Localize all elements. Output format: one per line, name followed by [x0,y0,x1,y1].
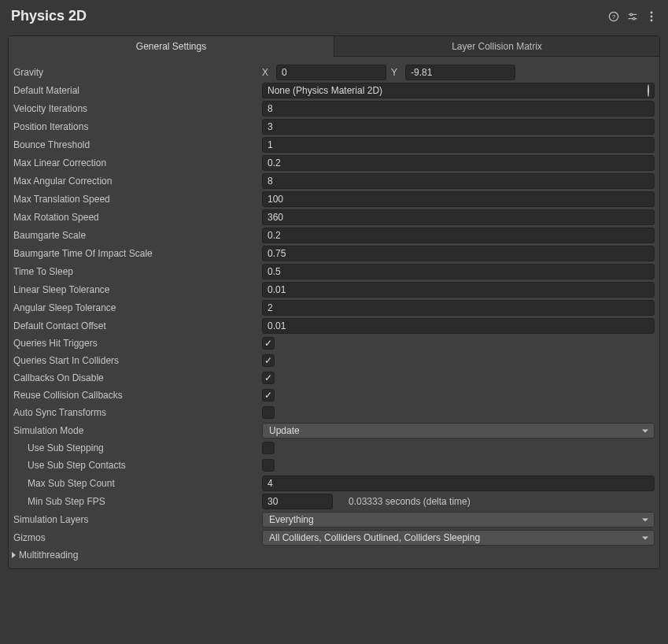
chevron-right-icon [12,552,16,558]
baumgarte-toi-scale-field[interactable]: 0.75 [262,246,655,261]
tab-bar: General Settings Layer Collision Matrix [9,36,659,57]
label-max-angular-correction: Max Angular Correction [12,176,262,187]
min-sub-step-fps-hint: 0.03333 seconds (delta time) [338,496,471,507]
multithreading-foldout[interactable]: Multithreading [12,546,656,562]
label-gizmos: Gizmos [12,532,262,543]
label-baumgarte-scale: Baumgarte Scale [12,230,262,241]
object-picker-icon[interactable] [648,85,649,96]
settings-sliders-icon[interactable] [627,11,638,22]
max-linear-correction-field[interactable]: 0.2 [262,155,655,171]
label-linear-sleep-tolerance: Linear Sleep Tolerance [12,284,262,295]
angular-sleep-tolerance-field[interactable]: 2 [262,300,655,316]
position-iterations-field[interactable]: 3 [262,119,655,135]
label-position-iterations: Position Iterations [12,121,262,132]
queries-hit-triggers-checkbox[interactable] [262,337,275,350]
max-sub-step-count-field[interactable]: 4 [262,476,655,491]
baumgarte-scale-field[interactable]: 0.2 [262,228,655,243]
label-simulation-mode: Simulation Mode [12,425,262,436]
default-material-value: None (Physics Material 2D) [268,85,382,96]
gravity-x-field[interactable]: 0 [276,65,386,80]
auto-sync-transforms-checkbox[interactable] [262,406,275,419]
label-baumgarte-toi-scale: Baumgarte Time Of Impact Scale [12,248,262,259]
label-multithreading: Multithreading [19,550,78,561]
label-velocity-iterations: Velocity Iterations [12,103,262,114]
label-queries-start-in-colliders: Queries Start In Colliders [12,355,262,366]
gravity-y-field[interactable]: -9.81 [405,65,515,80]
max-translation-speed-field[interactable]: 100 [262,191,655,207]
label-gravity: Gravity [12,67,262,78]
svg-point-7 [651,15,653,17]
row-default-material: Default Material None (Physics Material … [12,81,656,99]
window-title: Physics 2D [11,8,87,24]
queries-start-in-colliders-checkbox[interactable] [262,354,275,367]
time-to-sleep-field[interactable]: 0.5 [262,264,655,279]
label-default-material: Default Material [12,85,262,96]
callbacks-on-disable-checkbox[interactable] [262,372,275,384]
settings-panel: General Settings Layer Collision Matrix … [8,35,660,569]
use-sub-step-contacts-checkbox[interactable] [262,459,275,472]
velocity-iterations-field[interactable]: 8 [262,101,655,117]
label-angular-sleep-tolerance: Angular Sleep Tolerance [12,302,262,313]
use-sub-stepping-checkbox[interactable] [262,442,275,454]
context-menu-icon[interactable] [646,11,657,22]
window-header: Physics 2D ? [0,0,668,32]
label-use-sub-step-contacts: Use Sub Step Contacts [12,460,262,471]
label-use-sub-stepping: Use Sub Stepping [12,442,262,453]
reuse-collision-callbacks-checkbox[interactable] [262,389,275,402]
label-auto-sync-transforms: Auto Sync Transforms [12,407,262,418]
svg-text:?: ? [612,13,616,20]
gizmos-dropdown[interactable]: All Colliders, Colliders Outlined, Colli… [262,530,655,546]
max-angular-correction-field[interactable]: 8 [262,173,655,189]
label-gravity-x: X [262,67,271,78]
label-max-rotation-speed: Max Rotation Speed [12,212,262,223]
svg-point-5 [633,17,635,20]
help-icon[interactable]: ? [608,11,619,22]
row-gravity: Gravity X 0 Y -9.81 [12,63,656,81]
settings-body: Gravity X 0 Y -9.81 Default Material Non… [9,57,659,568]
label-bounce-threshold: Bounce Threshold [12,139,262,150]
simulation-layers-dropdown[interactable]: Everything [262,512,655,527]
label-simulation-layers: Simulation Layers [12,514,262,525]
svg-point-6 [651,11,653,13]
label-min-sub-step-fps: Min Sub Step FPS [12,496,262,507]
label-time-to-sleep: Time To Sleep [12,266,262,277]
label-max-linear-correction: Max Linear Correction [12,157,262,168]
default-material-field[interactable]: None (Physics Material 2D) [262,83,655,98]
label-max-translation-speed: Max Translation Speed [12,194,262,205]
min-sub-step-fps-field[interactable]: 30 [262,494,333,509]
label-default-contact-offset: Default Contact Offset [12,320,262,331]
tab-layer-collision-matrix[interactable]: Layer Collision Matrix [334,36,659,57]
label-gravity-y: Y [391,67,400,78]
label-max-sub-step-count: Max Sub Step Count [12,478,262,489]
svg-point-8 [651,19,653,21]
linear-sleep-tolerance-field[interactable]: 0.01 [262,282,655,298]
tab-general-settings[interactable]: General Settings [9,36,334,57]
label-callbacks-on-disable: Callbacks On Disable [12,372,262,383]
header-toolbar: ? [608,11,657,22]
label-reuse-collision-callbacks: Reuse Collision Callbacks [12,390,262,401]
max-rotation-speed-field[interactable]: 360 [262,209,655,225]
svg-point-4 [630,13,633,15]
simulation-mode-dropdown[interactable]: Update [262,423,655,439]
default-contact-offset-field[interactable]: 0.01 [262,318,655,334]
bounce-threshold-field[interactable]: 1 [262,137,655,153]
label-queries-hit-triggers: Queries Hit Triggers [12,338,262,349]
